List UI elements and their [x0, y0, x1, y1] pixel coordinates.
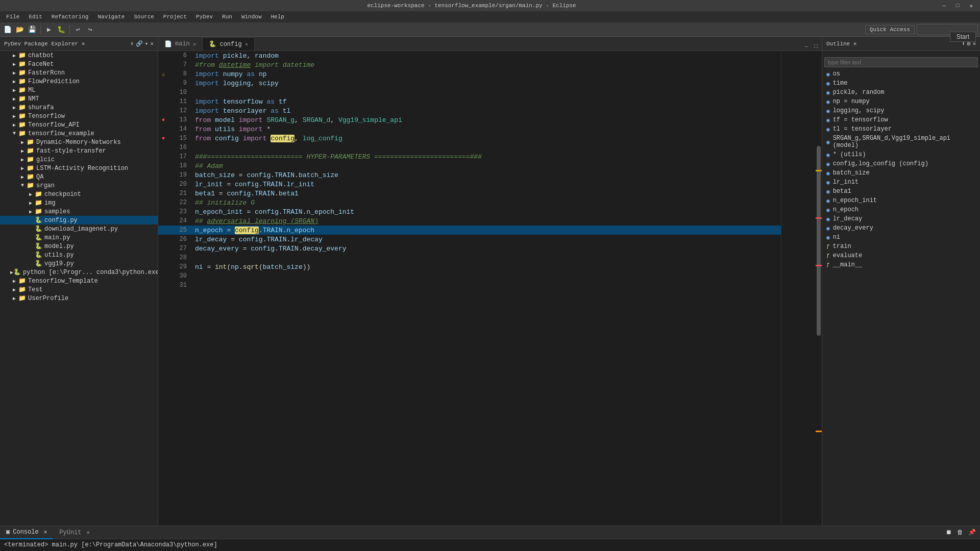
- outline-item-18[interactable]: ƒ train: [822, 242, 980, 251]
- console-clear[interactable]: 🗑: [955, 528, 965, 537]
- explorer-item-9[interactable]: ▼ 📁 tensorflow_example: [0, 129, 158, 138]
- tab-console[interactable]: ▣ Console ✕: [0, 526, 53, 539]
- menu-help[interactable]: Help: [267, 13, 288, 21]
- explorer-item-2[interactable]: ▶ 📁 FasterRcnn: [0, 68, 158, 77]
- outline-item-7[interactable]: ◉ SRGAN_g,SRGAN_d,Vgg19_simple_api (mode…: [822, 134, 980, 150]
- outline-item-16[interactable]: ◉ decay_every: [822, 223, 980, 233]
- menu-navigate[interactable]: Navigate: [93, 13, 129, 21]
- outline-item-13[interactable]: ◉ n_epoch_init: [822, 196, 980, 205]
- scrollbar-track[interactable]: [816, 51, 822, 525]
- explorer-item-3[interactable]: ▶ 📁 FlowPrediction: [0, 77, 158, 86]
- explorer-item-21[interactable]: 🐍 main.py: [0, 233, 158, 242]
- outline-item-20[interactable]: ƒ __main__: [822, 260, 980, 269]
- explorer-item-10[interactable]: ▶ 📁 Dynamic-Memory-Networks: [0, 138, 158, 146]
- outline-item-10[interactable]: ◉ batch_size: [822, 168, 980, 178]
- explorer-item-15[interactable]: ▼ 📁 srgan: [0, 181, 158, 190]
- outline-item-5[interactable]: ◉ tf = tensorflow: [822, 115, 980, 124]
- explorer-item-19[interactable]: 🐍 config.py: [0, 216, 158, 224]
- code-line-11[interactable]: 11 import tensorflow as tf: [158, 97, 781, 106]
- explorer-item-26[interactable]: ▶ 📁 Tensorflow_Template: [0, 277, 158, 285]
- window-controls[interactable]: — □ ✕: [939, 3, 976, 9]
- explorer-item-0[interactable]: ▶ 📁 chatbot: [0, 51, 158, 60]
- code-line-23[interactable]: 23 n_epoch_init = config.TRAIN.n_epoch_i…: [158, 207, 781, 216]
- toolbar-save[interactable]: 💾: [27, 24, 38, 35]
- explorer-menu-btn[interactable]: ▾: [145, 40, 149, 47]
- code-line-29[interactable]: 29 ni = int(np.sqrt(batch_size)): [158, 262, 781, 271]
- toolbar-undo[interactable]: ↩: [72, 24, 84, 35]
- code-line-28[interactable]: 28: [158, 253, 781, 262]
- outline-item-15[interactable]: ◉ lr_decay: [822, 214, 980, 223]
- code-line-6[interactable]: 6 import pickle, random: [158, 51, 781, 60]
- outline-item-17[interactable]: ◉ ni: [822, 233, 980, 242]
- explorer-item-23[interactable]: 🐍 utils.py: [0, 251, 158, 259]
- scrollbar-thumb[interactable]: [817, 146, 821, 336]
- start-button[interactable]: Start: [950, 32, 976, 42]
- explorer-item-7[interactable]: ▶ 📁 Tensorflow: [0, 112, 158, 120]
- outline-item-6[interactable]: ◉ tl = tensorlayer: [822, 124, 980, 134]
- explorer-item-20[interactable]: 🐍 download_imagenet.py: [0, 224, 158, 233]
- code-line-12[interactable]: 12 import tensorlayer as tl: [158, 106, 781, 115]
- outline-filter-input[interactable]: [824, 57, 978, 67]
- console-terminate[interactable]: ⏹: [944, 528, 954, 537]
- explorer-close-btn[interactable]: ✕: [150, 40, 154, 47]
- explorer-item-13[interactable]: ▶ 📁 LSTM-Activity Recognition: [0, 164, 158, 172]
- code-line-9[interactable]: 9 import logging, scipy: [158, 79, 781, 88]
- code-line-18[interactable]: 18 ## Adam: [158, 161, 781, 170]
- outline-item-19[interactable]: ƒ evaluate: [822, 251, 980, 260]
- outline-item-8[interactable]: ◉ * (utils): [822, 150, 980, 159]
- outline-item-4[interactable]: ◉ logging, scipy: [822, 106, 980, 115]
- toolbar-redo[interactable]: ↪: [85, 24, 96, 35]
- pyunit-close[interactable]: ✕: [87, 529, 90, 536]
- code-line-27[interactable]: 27 decay_every = config.TRAIN.decay_ever…: [158, 244, 781, 253]
- explorer-item-22[interactable]: 🐍 model.py: [0, 242, 158, 251]
- console-close[interactable]: ✕: [44, 529, 47, 535]
- maximize-btn[interactable]: □: [953, 3, 963, 9]
- menu-window[interactable]: Window: [237, 13, 266, 21]
- code-line-16[interactable]: 16: [158, 143, 781, 152]
- explorer-item-28[interactable]: ▶ 📁 UserProfile: [0, 294, 158, 303]
- outline-item-14[interactable]: ◉ n_epoch: [822, 205, 980, 214]
- code-line-30[interactable]: 30: [158, 271, 781, 281]
- outline-item-11[interactable]: ◉ lr_init: [822, 178, 980, 187]
- tab-config-close[interactable]: ✕: [245, 41, 249, 47]
- quick-access-btn[interactable]: Quick Access: [865, 25, 915, 34]
- tab-main-close[interactable]: ✕: [193, 41, 197, 47]
- datetime-link[interactable]: datetime: [219, 61, 251, 69]
- outline-item-2[interactable]: ◉ pickle, random: [822, 88, 980, 97]
- code-line-15[interactable]: ● 15 from config import config, log_conf…: [158, 134, 781, 143]
- minimize-btn[interactable]: —: [939, 3, 949, 9]
- code-editor[interactable]: 6 import pickle, random 7 #from datetime…: [158, 51, 781, 525]
- tab-pyunit[interactable]: PyUnit ✕: [53, 526, 96, 539]
- code-line-31[interactable]: 31: [158, 281, 781, 290]
- explorer-item-27[interactable]: ▶ 📁 Test: [0, 285, 158, 294]
- explorer-item-12[interactable]: ▶ 📁 glcic: [0, 155, 158, 164]
- explorer-link-btn[interactable]: 🔗: [136, 40, 143, 47]
- explorer-collapse-btn[interactable]: ⬆: [130, 40, 134, 47]
- minimap-area[interactable]: [781, 51, 822, 525]
- menu-run[interactable]: Run: [218, 13, 236, 21]
- console-pin[interactable]: 📌: [966, 528, 978, 537]
- code-line-14[interactable]: 14 from utils import *: [158, 124, 781, 134]
- code-line-21[interactable]: 21 beta1 = config.TRAIN.beta1: [158, 189, 781, 198]
- explorer-item-4[interactable]: ▶ 📁 ML: [0, 86, 158, 94]
- explorer-item-17[interactable]: ▶ 📁 img: [0, 198, 158, 207]
- menu-edit[interactable]: Edit: [24, 13, 46, 21]
- explorer-item-8[interactable]: ▶ 📁 Tensorflow_API: [0, 120, 158, 129]
- code-line-8[interactable]: ⚠ 8 import numpy as np: [158, 69, 781, 79]
- explorer-item-18[interactable]: ▶ 📁 samples: [0, 207, 158, 216]
- tab-min-btn[interactable]: —: [803, 42, 811, 51]
- tab-config[interactable]: 🐍 config ✕: [203, 37, 255, 51]
- menu-source[interactable]: Source: [130, 13, 158, 21]
- code-line-26[interactable]: 26 lr_decay = config.TRAIN.lr_decay: [158, 235, 781, 244]
- explorer-item-16[interactable]: ▶ 📁 checkpoint: [0, 190, 158, 198]
- explorer-item-24[interactable]: 🐍 vgg19.py: [0, 259, 158, 268]
- code-line-10[interactable]: 10: [158, 88, 781, 97]
- toolbar-new[interactable]: 📄: [2, 24, 13, 35]
- outline-item-3[interactable]: ◉ np = numpy: [822, 97, 980, 106]
- code-line-24[interactable]: 24 ## adversarial learning (SRGAN): [158, 216, 781, 226]
- menu-pydev[interactable]: PyDev: [192, 13, 217, 21]
- code-line-25[interactable]: 25 n_epoch = config.TRAIN.n_epoch: [158, 226, 781, 235]
- explorer-item-1[interactable]: ▶ 📁 FaceNet: [0, 60, 158, 68]
- explorer-item-25[interactable]: ▶ 🐍 python [e:\Progr... conda3\python.ex…: [0, 268, 158, 277]
- outline-item-12[interactable]: ◉ beta1: [822, 187, 980, 196]
